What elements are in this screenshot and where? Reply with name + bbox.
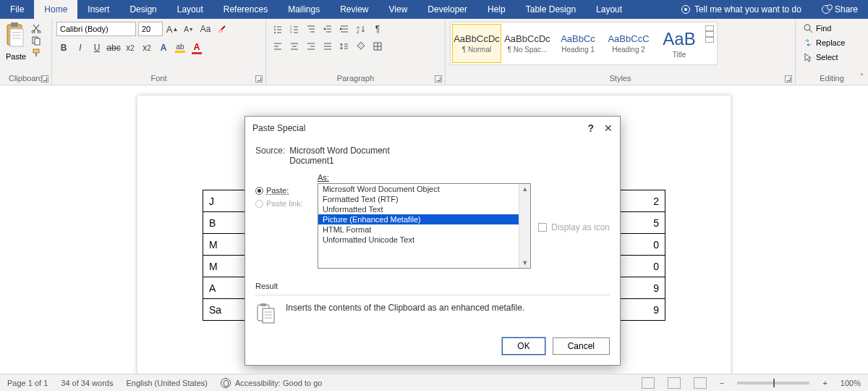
paragraph-dialog-launcher[interactable] bbox=[435, 75, 442, 83]
clipboard-dialog-launcher[interactable] bbox=[41, 75, 48, 83]
scroll-down-icon[interactable]: ▼ bbox=[519, 258, 530, 268]
tab-references[interactable]: References bbox=[213, 0, 278, 19]
paste-link-radio[interactable]: Paste link: bbox=[255, 199, 310, 208]
print-layout-button[interactable] bbox=[668, 377, 681, 389]
borders-button[interactable] bbox=[370, 39, 385, 54]
web-layout-button[interactable] bbox=[694, 377, 707, 389]
zoom-slider[interactable] bbox=[737, 382, 809, 384]
display-as-icon-checkbox[interactable]: Display as icon bbox=[538, 173, 610, 269]
increase-indent-button[interactable] bbox=[337, 22, 352, 36]
svg-rect-58 bbox=[263, 308, 274, 323]
tab-file[interactable]: File bbox=[0, 0, 34, 19]
font-dialog-launcher[interactable] bbox=[255, 75, 263, 83]
zoom-value[interactable]: 100% bbox=[841, 379, 861, 387]
tab-table-design[interactable]: Table Design bbox=[516, 0, 586, 19]
collapse-ribbon-button[interactable]: ˄ bbox=[860, 72, 864, 80]
paste-radio[interactable]: Paste: bbox=[255, 186, 310, 195]
copy-button[interactable] bbox=[30, 35, 42, 46]
styles-gallery[interactable]: AaBbCcDc¶ NormalAaBbCcDc¶ No Spac...AaBb… bbox=[450, 22, 718, 65]
strikethrough-button[interactable]: abc bbox=[106, 41, 121, 55]
align-center-button[interactable] bbox=[287, 39, 302, 54]
help-button[interactable]: ? bbox=[587, 122, 594, 134]
tab-view[interactable]: View bbox=[379, 0, 418, 19]
tab-insert[interactable]: Insert bbox=[77, 0, 119, 19]
format-option[interactable]: Unformatted Unicode Text bbox=[318, 235, 530, 245]
share-button[interactable]: Share bbox=[812, 0, 868, 19]
cancel-button[interactable]: Cancel bbox=[553, 337, 610, 355]
decrease-indent-button[interactable] bbox=[320, 22, 335, 36]
style--no-spac-[interactable]: AaBbCcDc¶ No Spac... bbox=[503, 24, 552, 63]
subscript-button[interactable]: x2 bbox=[123, 41, 137, 55]
accessibility-status[interactable]: Accessibility: Good to go bbox=[221, 378, 322, 388]
language-status[interactable]: English (United States) bbox=[126, 379, 208, 387]
close-button[interactable]: ✕ bbox=[604, 122, 613, 134]
format-option[interactable]: HTML Format bbox=[318, 224, 530, 235]
bullets-button[interactable] bbox=[271, 22, 285, 36]
tab-developer[interactable]: Developer bbox=[417, 0, 477, 19]
source-value-1: Microsoft Word Document bbox=[289, 146, 390, 156]
style-heading-2[interactable]: AaBbCcCHeading 2 bbox=[604, 24, 653, 63]
cut-button[interactable] bbox=[30, 23, 42, 33]
format-listbox[interactable]: Microsoft Word Document ObjectFormatted … bbox=[318, 183, 531, 269]
style-heading-1[interactable]: AaBbCcHeading 1 bbox=[553, 24, 603, 63]
svg-line-55 bbox=[809, 30, 812, 33]
format-painter-button[interactable] bbox=[30, 48, 42, 58]
text-effects-button[interactable]: A bbox=[156, 41, 171, 55]
ok-button[interactable]: OK bbox=[502, 337, 545, 355]
shrink-font-button[interactable]: A▼ bbox=[182, 22, 196, 36]
tab-design[interactable]: Design bbox=[119, 0, 166, 19]
format-option[interactable]: Microsoft Word Document Object bbox=[318, 184, 530, 194]
numbering-button[interactable]: 123 bbox=[287, 22, 302, 36]
source-value-2: Document1 bbox=[289, 156, 390, 166]
sort-button[interactable]: AZ bbox=[354, 22, 368, 36]
multilevel-list-button[interactable] bbox=[304, 22, 318, 36]
tab-layout[interactable]: Layout bbox=[586, 0, 632, 19]
find-button[interactable]: Find bbox=[800, 22, 848, 35]
highlight-button[interactable]: ab bbox=[173, 41, 187, 55]
zoom-in-button[interactable]: + bbox=[822, 379, 827, 387]
align-left-button[interactable] bbox=[271, 39, 285, 54]
underline-button[interactable]: U bbox=[90, 41, 104, 55]
style--normal[interactable]: AaBbCcDc¶ Normal bbox=[452, 24, 501, 63]
source-label: Source: bbox=[255, 146, 285, 166]
justify-button[interactable] bbox=[320, 39, 335, 54]
tab-home[interactable]: Home bbox=[34, 0, 77, 19]
styles-dialog-launcher[interactable] bbox=[785, 75, 792, 83]
read-mode-button[interactable] bbox=[642, 377, 655, 389]
italic-button[interactable]: I bbox=[73, 41, 88, 55]
radio-on-icon bbox=[255, 187, 263, 195]
tab-mailings[interactable]: Mailings bbox=[278, 0, 330, 19]
group-label-paragraph: Paragraph bbox=[271, 72, 441, 83]
tab-layout[interactable]: Layout bbox=[167, 0, 213, 19]
align-right-button[interactable] bbox=[304, 39, 318, 54]
grow-font-button[interactable]: A▲ bbox=[165, 22, 179, 36]
font-size-combo[interactable]: 20 bbox=[138, 22, 163, 36]
page-status[interactable]: Page 1 of 1 bbox=[7, 379, 48, 387]
scrollbar[interactable]: ▲ ▼ bbox=[519, 184, 530, 268]
replace-button[interactable]: Replace bbox=[800, 36, 848, 49]
line-spacing-button[interactable] bbox=[337, 39, 352, 54]
format-option[interactable]: Formatted Text (RTF) bbox=[318, 194, 530, 204]
tab-help[interactable]: Help bbox=[477, 0, 516, 19]
paste-button[interactable]: Paste bbox=[4, 22, 27, 61]
search-icon bbox=[803, 23, 813, 33]
styles-more-button[interactable] bbox=[705, 24, 715, 44]
show-marks-button[interactable]: ¶ bbox=[370, 22, 385, 36]
bold-button[interactable]: B bbox=[56, 41, 71, 55]
superscript-button[interactable]: x2 bbox=[140, 41, 154, 55]
change-case-button[interactable]: Aa bbox=[198, 22, 213, 36]
scroll-up-icon[interactable]: ▲ bbox=[519, 184, 530, 194]
paste-special-dialog: Paste Special ? ✕ Source: Microsoft Word… bbox=[244, 116, 621, 366]
tell-me[interactable]: Tell me what you want to do bbox=[671, 0, 812, 19]
word-count[interactable]: 34 of 34 words bbox=[61, 379, 113, 387]
font-color-button[interactable]: A bbox=[190, 41, 204, 55]
format-option[interactable]: Picture (Enhanced Metafile) bbox=[318, 214, 530, 224]
format-option[interactable]: Unformatted Text bbox=[318, 204, 530, 214]
style-title[interactable]: AaBTitle bbox=[655, 24, 704, 63]
select-button[interactable]: Select bbox=[800, 51, 848, 64]
zoom-out-button[interactable]: − bbox=[720, 379, 724, 387]
font-name-combo[interactable]: Calibri (Body) bbox=[56, 22, 136, 36]
tab-review[interactable]: Review bbox=[330, 0, 378, 19]
clear-formatting-button[interactable] bbox=[215, 22, 229, 36]
shading-button[interactable] bbox=[354, 39, 368, 54]
